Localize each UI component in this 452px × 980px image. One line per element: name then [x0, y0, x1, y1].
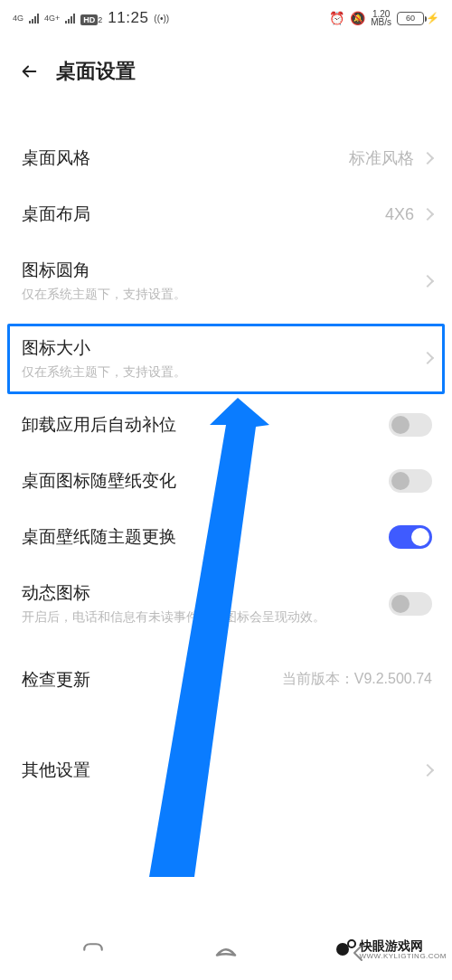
chevron-right-icon	[421, 152, 434, 165]
nav-recent-button[interactable]	[66, 941, 120, 965]
row-icon-corner[interactable]: 图标圆角 仅在系统主题下，支持设置。	[0, 242, 452, 320]
row-label: 图标圆角	[22, 259, 423, 282]
chevron-right-icon	[421, 764, 434, 777]
watermark-name: 快眼游戏网	[360, 938, 423, 953]
row-check-update[interactable]: 检查更新 当前版本：V9.2.500.74	[0, 652, 452, 708]
net-speed: 1.20MB/s	[371, 10, 391, 26]
row-label: 桌面布局	[22, 203, 385, 226]
row-label: 桌面风格	[22, 146, 349, 170]
row-label: 桌面壁纸随主题更换	[22, 525, 389, 549]
alarm-icon: ⏰	[329, 11, 344, 25]
row-other-settings[interactable]: 其他设置	[0, 742, 452, 798]
row-label: 检查更新	[22, 668, 282, 692]
row-label: 卸载应用后自动补位	[22, 413, 389, 437]
row-desktop-layout[interactable]: 桌面布局 4X6	[0, 186, 452, 242]
row-label: 桌面图标随壁纸变化	[22, 469, 389, 493]
row-value: 当前版本：V9.2.500.74	[282, 670, 432, 689]
row-wallpaper-theme[interactable]: 桌面壁纸随主题更换	[0, 509, 452, 565]
header: 桌面设置	[0, 36, 452, 96]
chevron-right-icon	[421, 208, 434, 221]
row-label: 图标大小	[22, 336, 423, 360]
status-bar: 4G 4G+ HD2 11:25 ((•)) ⏰ 🔕 1.20MB/s 60 ⚡	[0, 0, 452, 36]
row-sub: 开启后，电话和信息有未读事件时，图标会呈现动效。	[22, 608, 389, 627]
watermark-url: WWW.KYLIGTING.COM	[360, 953, 447, 960]
toggle-autofill[interactable]	[389, 413, 432, 437]
watermark-icon	[336, 939, 356, 959]
signal-2-icon	[65, 13, 75, 24]
nav-home-button[interactable]	[199, 939, 253, 966]
row-dynamic-icon[interactable]: 动态图标 开启后，电话和信息有未读事件时，图标会呈现动效。	[0, 565, 452, 643]
charging-icon: ⚡	[426, 12, 439, 24]
back-button[interactable]	[18, 61, 40, 82]
row-value: 标准风格	[349, 147, 414, 169]
row-icon-wallpaper[interactable]: 桌面图标随壁纸变化	[0, 453, 452, 509]
status-time: 11:25	[108, 9, 148, 27]
row-label: 其他设置	[22, 759, 423, 782]
toggle-icon-wallpaper[interactable]	[389, 469, 432, 493]
network-2-label: 4G+	[44, 14, 60, 23]
row-icon-size[interactable]: 图标大小 仅在系统主题下，支持设置。	[0, 320, 452, 398]
toggle-wallpaper-theme[interactable]	[389, 525, 432, 549]
row-autofill[interactable]: 卸载应用后自动补位	[0, 397, 452, 453]
row-desktop-style[interactable]: 桌面风格 标准风格	[0, 130, 452, 186]
chevron-right-icon	[421, 275, 434, 287]
chevron-right-icon	[421, 352, 434, 364]
row-label: 动态图标	[22, 581, 389, 605]
page-title: 桌面设置	[56, 58, 136, 85]
hd-badge: HD2	[80, 12, 102, 25]
mute-icon: 🔕	[350, 11, 365, 25]
row-sub: 仅在系统主题下，支持设置。	[22, 363, 423, 382]
signal-1-icon	[29, 13, 39, 24]
toggle-dynamic-icon[interactable]	[389, 592, 432, 616]
row-sub: 仅在系统主题下，支持设置。	[22, 286, 423, 304]
network-1-label: 4G	[13, 14, 24, 23]
battery-icon: 60	[397, 12, 424, 25]
broadcast-icon: ((•))	[154, 14, 169, 24]
watermark: 快眼游戏网 WWW.KYLIGTING.COM	[336, 939, 447, 960]
row-value: 4X6	[385, 205, 414, 224]
